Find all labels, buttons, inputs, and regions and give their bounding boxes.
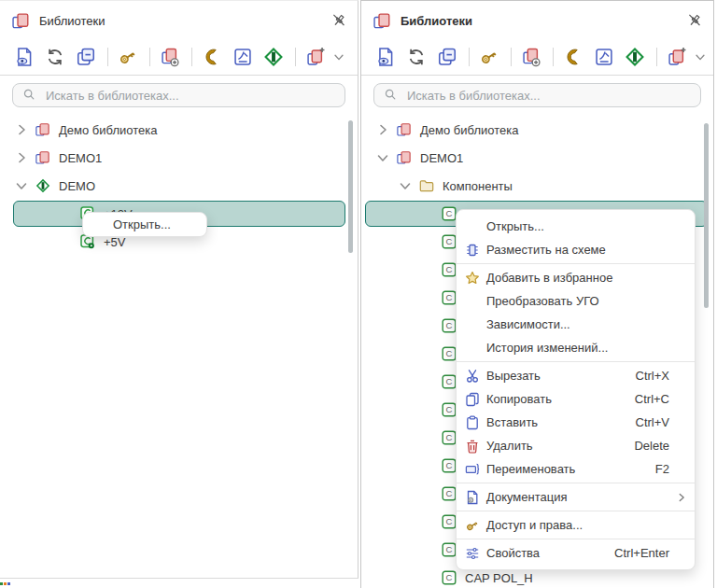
menu-item-копировать[interactable]: КопироватьCtrl+C — [457, 387, 695, 411]
footprint-tool-button[interactable] — [263, 47, 284, 67]
menu-item-зависимости[interactable]: Зависимости... — [457, 313, 695, 336]
add-library-button[interactable] — [160, 47, 180, 67]
panel-title: Библиотеки — [39, 14, 321, 28]
svg-text:C: C — [446, 208, 453, 218]
context-menu-component: Открыть...Разместить на схемеДобавить в … — [456, 209, 696, 570]
menu-item-label: Преобразовать УГО — [486, 294, 682, 308]
netlist-document-button[interactable] — [232, 47, 253, 67]
expander-spacer — [59, 206, 74, 221]
symbol-tool-button[interactable] — [563, 47, 583, 67]
tree-item-demo[interactable]: DEMO — [0, 172, 358, 200]
rename-icon — [465, 462, 480, 477]
libraries-panel-left: Библиотеки Демо библиотекаDEMO1DEMO+12V+… — [0, 0, 358, 579]
menu-item-документация[interactable]: Документация — [457, 485, 695, 509]
menu-item-свойства[interactable]: СвойстваCtrl+Enter — [457, 541, 695, 565]
add-library-button[interactable] — [521, 47, 541, 67]
panel-header: Библиотеки — [361, 1, 713, 38]
menu-item-shortcut: F2 — [655, 462, 669, 476]
search-input[interactable] — [44, 88, 335, 104]
menu-item-открыть[interactable]: Открыть... — [457, 215, 695, 238]
library-stack-icon — [12, 13, 30, 29]
preview-document-button[interactable] — [14, 47, 35, 67]
component-icon: C — [442, 290, 457, 305]
toolbar-separator — [191, 48, 192, 66]
component-icon: C — [442, 430, 457, 445]
new-library-dropdown[interactable] — [332, 50, 345, 63]
preview-document-button[interactable] — [375, 47, 396, 67]
menu-item-label: Открыть... — [113, 217, 193, 231]
symbol-tool-button[interactable] — [202, 47, 222, 67]
svg-text:C: C — [446, 460, 453, 470]
expander-spacer — [420, 262, 435, 277]
menu-item-вырезать[interactable]: ВырезатьCtrl+X — [457, 364, 695, 387]
panel-toolbar — [361, 38, 713, 76]
vertical-scrollbar[interactable] — [348, 120, 353, 253]
footprint-tool-button[interactable] — [625, 47, 645, 67]
toolbar-separator — [656, 48, 657, 66]
refresh-button[interactable] — [45, 47, 65, 67]
netlist-document-button[interactable] — [594, 47, 614, 67]
tree-item-демо-библиотека[interactable]: Демо библиотека — [0, 116, 358, 144]
pin-icon[interactable] — [330, 13, 346, 29]
collapse-all-button[interactable] — [76, 47, 96, 67]
menu-item-label: Разместить на схеме — [486, 243, 682, 257]
access-key-button[interactable] — [479, 47, 499, 67]
documentation-icon — [465, 490, 480, 505]
menu-item-label: История изменений... — [486, 341, 682, 355]
svg-text:C: C — [446, 292, 453, 302]
expander-spacer — [420, 430, 435, 445]
panel-title: Библиотеки — [401, 14, 677, 28]
copy-icon — [465, 392, 480, 407]
menu-item-label: Свойства — [486, 546, 614, 560]
menu-separator — [457, 361, 695, 362]
menu-item-удалить[interactable]: УдалитьDelete — [457, 434, 695, 457]
component-icon: C — [442, 486, 457, 501]
chevron-down-icon[interactable] — [375, 150, 390, 165]
chevron-right-icon[interactable] — [14, 122, 29, 137]
chevron-down-icon[interactable] — [14, 178, 29, 193]
toolbar-separator — [469, 48, 470, 66]
collapse-all-button[interactable] — [437, 47, 457, 67]
menu-item-label: Вырезать — [486, 369, 636, 383]
menu-item-переименовать[interactable]: ПереименоватьF2 — [457, 457, 695, 481]
menu-item-разместить-на-схеме[interactable]: Разместить на схеме — [457, 238, 695, 261]
access-key-button[interactable] — [118, 47, 138, 67]
svg-text:C: C — [446, 544, 453, 554]
svg-text:C: C — [446, 516, 453, 526]
library-icon — [35, 150, 50, 165]
tree-item-демо-библиотека[interactable]: Демо библиотека — [361, 116, 713, 144]
new-library-button[interactable] — [667, 47, 687, 67]
svg-text:C: C — [446, 432, 453, 442]
tree-item-компоненты[interactable]: Компоненты — [361, 172, 713, 200]
pin-icon[interactable] — [686, 13, 702, 29]
new-library-button[interactable] — [305, 47, 326, 67]
vertical-scrollbar[interactable] — [704, 123, 709, 308]
component-icon: C — [442, 206, 457, 221]
menu-item-открыть[interactable]: Открыть... — [83, 215, 206, 234]
expander-spacer — [420, 486, 435, 501]
search-box — [12, 83, 345, 107]
expander-spacer — [420, 318, 435, 333]
menu-item-добавить-в-избранное[interactable]: Добавить в избранное — [457, 266, 695, 289]
svg-text:C: C — [446, 404, 453, 414]
menu-item-история-изменений[interactable]: История изменений... — [457, 336, 695, 359]
tree-item-label: DEMO1 — [420, 151, 463, 165]
chevron-right-icon[interactable] — [14, 150, 29, 165]
new-library-dropdown[interactable] — [694, 50, 707, 63]
refresh-button[interactable] — [406, 47, 427, 67]
menu-item-shortcut: Ctrl+X — [636, 369, 669, 383]
component-icon: C — [442, 402, 457, 417]
menu-item-вставить[interactable]: ВставитьCtrl+V — [457, 411, 695, 434]
menu-item-доступ-и-права[interactable]: Доступ и права... — [457, 513, 695, 537]
tree-item-demo1[interactable]: DEMO1 — [361, 144, 713, 172]
cropped-taskbar-icon — [0, 582, 10, 585]
menu-item-преобразовать-уго[interactable]: Преобразовать УГО — [457, 289, 695, 313]
chevron-down-icon[interactable] — [398, 178, 413, 193]
expander-spacer — [420, 570, 435, 585]
tree-item-demo1[interactable]: DEMO1 — [0, 144, 358, 172]
menu-separator — [457, 483, 695, 483]
search-box — [373, 83, 701, 107]
svg-text:C: C — [446, 376, 453, 386]
search-input[interactable] — [405, 88, 691, 104]
chevron-right-icon[interactable] — [375, 122, 390, 137]
